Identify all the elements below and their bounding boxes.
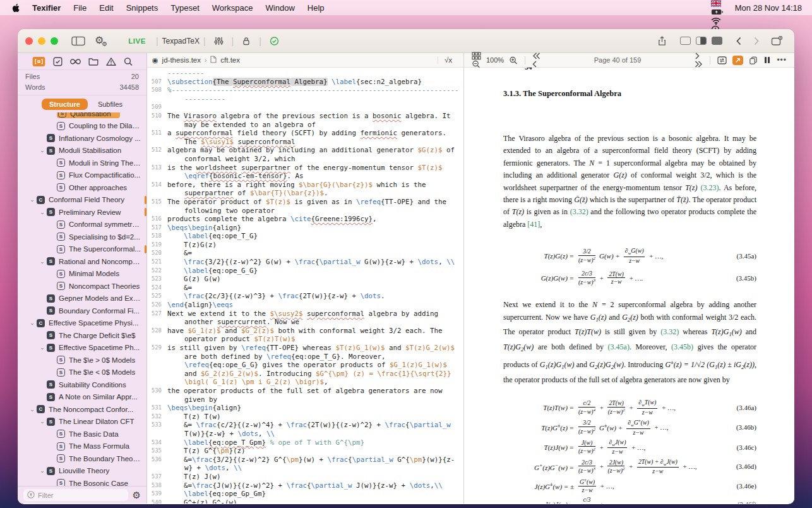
structure-tree-item[interactable]: SThe Superconformal... <box>18 243 146 256</box>
code-line[interactable]: 523 G(z) G(w) <box>147 275 463 284</box>
new-window-icon[interactable] <box>767 36 787 46</box>
structure-tree-item[interactable]: SGepner Models and Exa... <box>18 293 146 305</box>
structure-tree-item[interactable]: SBoundary Conformal Fi... <box>18 305 146 317</box>
menu-file[interactable]: File <box>67 3 93 13</box>
structure-tree-item[interactable]: SInflationary Cosmology ... <box>18 132 146 145</box>
code-line[interactable]: 511a superconformal field theory (SCFT) … <box>147 129 463 146</box>
sidebar-toggle-icon[interactable] <box>67 36 90 46</box>
sidebar-settings-gear-icon[interactable]: ⚙ <box>133 490 141 501</box>
apple-icon[interactable] <box>8 3 26 13</box>
structure-tree-item[interactable]: ⌄SThe Linear Dilaton CFT <box>18 416 146 428</box>
chevron-down-icon[interactable]: ⌄ <box>38 258 47 265</box>
infinity-icon[interactable] <box>70 57 81 66</box>
filter-input[interactable] <box>38 492 124 499</box>
chevron-down-icon[interactable]: ⌄ <box>38 147 47 154</box>
tab-structure[interactable]: Structure <box>42 99 88 110</box>
structure-tree-item[interactable]: SModuli in String Theory <box>18 157 146 169</box>
structure-tree-item[interactable]: SThe Basic Data <box>18 428 146 440</box>
structure-tree-item[interactable]: SThe $\e > 0$ Models <box>18 354 146 366</box>
code-line[interactable]: 514before, there is a right moving $\bar… <box>147 181 463 198</box>
structure-tree-item[interactable]: ⌄SModuli Stabilisation <box>18 145 146 157</box>
copies-icon[interactable] <box>746 56 760 64</box>
code-line[interactable]: 525 \frac{2c/3}{(z-w)^3} + \frac{2T(w)}{… <box>147 292 463 301</box>
structure-tree-item[interactable]: SThe Charge Deficit $\e$ <box>18 329 146 342</box>
chevron-down-icon[interactable]: ⌄ <box>28 320 37 326</box>
chevron-down-icon[interactable]: ⌄ <box>38 209 47 215</box>
structure-tree-item[interactable]: SSuitability Conditions <box>18 378 146 391</box>
code-line[interactable]: 515The operator product of $T(z)$ is giv… <box>147 198 463 215</box>
menu-edit[interactable]: Edit <box>93 3 119 13</box>
battery-icon[interactable] <box>706 8 729 16</box>
layout-split-button[interactable] <box>696 37 707 45</box>
layout-editor-only-button[interactable] <box>680 37 691 45</box>
math-mode-button[interactable]: √x <box>438 56 458 64</box>
minimize-button[interactable] <box>38 37 45 45</box>
thumbnails-grid-icon[interactable] <box>469 52 484 60</box>
chevron-down-icon[interactable]: ⌄ <box>38 468 47 474</box>
structure-tree-item[interactable]: ⌄CEffective Spacetime Physi... <box>18 317 146 330</box>
pause-typeset-icon[interactable] <box>761 57 773 63</box>
structure-scan-icon[interactable] <box>32 57 45 66</box>
structure-tree-item[interactable]: SNoncompact Theories <box>18 280 146 293</box>
menu-texifier[interactable]: Texifier <box>26 3 67 13</box>
structure-tree-item[interactable]: ⌄SLiouville Theory <box>18 465 146 478</box>
structure-tree-item[interactable]: ⌄SPreliminary Review <box>18 206 146 219</box>
code-line[interactable]: 526\end{align}\eeqs <box>147 301 463 310</box>
code-line[interactable]: 524 &= <box>147 284 463 293</box>
first-page-icon[interactable] <box>530 52 543 60</box>
code-line[interactable]: 510The Virasoro algebra of the previous … <box>147 112 463 129</box>
forward-chevron-icon[interactable] <box>749 36 764 46</box>
code-line[interactable]: 521 \frac{3/2}{(z-w)^2} G(w) + \frac{\pa… <box>147 258 463 267</box>
chevron-down-icon[interactable]: ⌄ <box>38 344 47 351</box>
code-line[interactable]: 527Next we extend it to the $\susy2$ sup… <box>147 310 463 327</box>
code-line[interactable]: 529is still given by \refeq{TT-OPE} wher… <box>147 344 463 387</box>
filter-field-wrap[interactable] <box>23 489 128 501</box>
code-line[interactable]: 512algebra may be obtained by including … <box>147 146 463 163</box>
tab-subfiles[interactable]: Subfiles <box>98 100 122 108</box>
code-line[interactable]: 513is the worldsheet superpartner of the… <box>147 164 463 181</box>
breadcrumb[interactable]: ◉ jd-thesis.tex › cft.tex <box>152 56 240 64</box>
zoom-button[interactable] <box>51 37 58 45</box>
structure-tree-item[interactable]: SThe Mass Formula <box>18 440 146 453</box>
folder-icon[interactable] <box>88 57 99 66</box>
chevron-down-icon[interactable]: ⌄ <box>28 197 37 203</box>
keyboard-flag-icon[interactable] <box>706 0 729 8</box>
code-line[interactable]: 518 \label{eq:ope_T_G} <box>147 232 463 241</box>
code-line[interactable]: 509 <box>147 103 463 112</box>
chevron-down-icon[interactable]: ⌄ <box>38 418 47 425</box>
jump-to-source-icon[interactable] <box>732 56 743 65</box>
lock-icon[interactable] <box>237 36 255 46</box>
menu-workspace[interactable]: Workspace <box>206 3 260 13</box>
chevron-down-icon[interactable]: ⌄ <box>28 406 37 413</box>
structure-tree-item[interactable]: SSpecialising to $d=2... <box>18 231 146 243</box>
wifi-icon[interactable] <box>706 16 729 25</box>
live-typeset-label[interactable]: LIVE <box>128 37 146 45</box>
close-button[interactable] <box>25 37 33 45</box>
menu-window[interactable]: Window <box>260 3 301 13</box>
code-line[interactable]: 532 T(z) T(w) <box>147 413 463 421</box>
structure-tree-item[interactable]: SConformal symmetry ... <box>18 219 146 231</box>
todo-checkbox-icon[interactable] <box>53 57 63 66</box>
code-line[interactable]: 528have $G_1(z)$ and $G_2(z)$ both with … <box>147 327 463 344</box>
structure-tree-item[interactable]: ⌄CConformal Field Theory <box>18 194 146 207</box>
engine-label[interactable]: TexpadTeX <box>162 37 200 45</box>
code-line[interactable]: 533 &= \frac{c/2}{(z-w)^4} + \frac{2T(w)… <box>147 421 463 438</box>
code-line[interactable]: 539 \label{eq:ope_Gp_Gm} <box>147 490 463 499</box>
code-line[interactable]: 535 T(z) G^{\pm}(z) <box>147 447 463 456</box>
share-icon[interactable] <box>653 36 671 46</box>
structure-tree-item[interactable]: ⌄CThe Noncompact Confor... <box>18 403 146 416</box>
layout-pdf-only-button[interactable] <box>712 37 722 45</box>
code-line[interactable]: 534 \label{eq:ope_T_Gpm} % ope of T with… <box>147 438 463 447</box>
structure-tree-item[interactable]: SMinimal Models <box>18 268 146 281</box>
code-line[interactable]: 540 G^+(z) G^-(w) <box>147 499 463 504</box>
structure-tree-item[interactable]: SThe Bosonic Case <box>18 477 146 486</box>
page-indicator[interactable]: Page 40 of 159 <box>544 56 691 64</box>
typeset-settings-icon[interactable] <box>210 36 228 46</box>
structure-tree-item[interactable]: SThe Boundary Theory... <box>18 452 146 465</box>
structure-tree-item[interactable]: SOther approaches <box>18 181 146 194</box>
code-line[interactable]: 522 \label{eq:ope_G_G} <box>147 267 463 275</box>
structure-tree-item[interactable]: ⌄SEffective Spacetime Ph... <box>18 342 146 354</box>
structure-tree-item[interactable]: SA Note on Similar Appr... <box>18 391 146 404</box>
menu-snippets[interactable]: Snippets <box>120 3 165 13</box>
sync-icon[interactable] <box>715 56 729 64</box>
